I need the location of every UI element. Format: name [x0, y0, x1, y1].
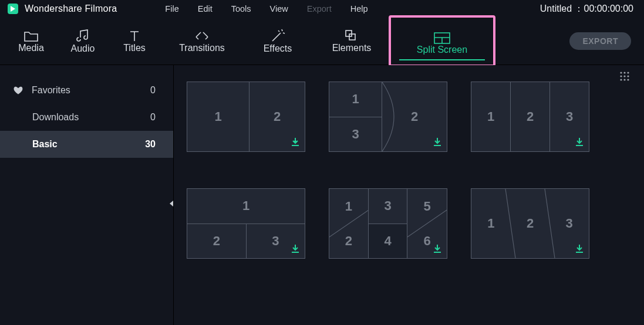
shapes-icon: [344, 29, 359, 43]
menu-view[interactable]: View: [270, 4, 288, 13]
svg-point-9: [627, 75, 629, 77]
svg-rect-18: [576, 252, 583, 253]
svg-point-10: [620, 79, 622, 80]
svg-point-4: [620, 72, 622, 73]
download-icon[interactable]: [574, 243, 585, 254]
svg-point-5: [623, 72, 625, 73]
cell-num: 1: [215, 109, 222, 124]
svg-point-11: [623, 79, 625, 80]
menu-bar: File Edit Tools View Export Help: [165, 4, 367, 13]
template-row: 1 2 3 1 2 3 4 5 6: [181, 188, 644, 259]
template-row: 1 2 1 3 2 1 2 3: [181, 82, 644, 152]
cell-num: 2: [213, 233, 220, 249]
tab-audio[interactable]: Audio: [62, 20, 103, 62]
cell-num: 3: [272, 233, 279, 249]
svg-point-12: [627, 79, 629, 80]
svg-point-7: [620, 75, 622, 77]
tab-label: Audio: [71, 43, 95, 54]
diagonal-dividers-icon: [329, 189, 447, 258]
collapse-sidebar-handle[interactable]: [168, 193, 174, 214]
wand-icon: [270, 28, 285, 43]
cell-num: 2: [527, 109, 534, 124]
sidebar-label: Basic: [32, 139, 58, 150]
sidebar-count: 0: [150, 85, 156, 96]
tool-tabs: Media Audio Titles Transitions Effects E…: [0, 18, 644, 65]
split-template-5[interactable]: 1 2 3 4 5 6: [329, 188, 447, 259]
menu-tools[interactable]: Tools: [231, 4, 251, 13]
folder-icon: [23, 29, 39, 43]
tab-elements[interactable]: Elements: [319, 20, 384, 62]
tab-label: Titles: [123, 43, 146, 53]
sidebar-item-downloads[interactable]: Downloads 0: [0, 104, 173, 131]
tab-label: Split Screen: [417, 45, 467, 55]
tab-label: Media: [18, 43, 44, 53]
svg-rect-1: [346, 31, 352, 36]
menu-file[interactable]: File: [165, 4, 178, 13]
download-icon[interactable]: [574, 137, 585, 147]
tab-transitions[interactable]: Transitions: [167, 20, 237, 62]
music-note-icon: [75, 28, 90, 43]
main-area: Favorites 0 Downloads 0 Basic 30 1 2: [0, 65, 644, 325]
tab-underline: [399, 59, 485, 60]
menu-edit[interactable]: Edit: [198, 4, 213, 13]
download-icon[interactable]: [432, 243, 443, 254]
sidebar-label: Downloads: [32, 112, 79, 123]
split-screen-icon: [433, 32, 451, 45]
tab-titles[interactable]: Titles: [114, 20, 155, 62]
cell-num: 2: [274, 109, 281, 124]
skew-dividers-icon: [471, 189, 589, 258]
tab-media[interactable]: Media: [11, 20, 52, 62]
filmora-logo-icon: [7, 3, 19, 15]
document-title: Untitled ：00:00:00:00: [540, 3, 633, 15]
curve-divider-icon: [329, 82, 447, 151]
svg-rect-16: [292, 252, 299, 253]
export-button[interactable]: EXPORT: [569, 32, 631, 50]
sidebar-item-favorites[interactable]: Favorites 0: [0, 77, 173, 104]
svg-rect-14: [434, 145, 441, 146]
tab-effects[interactable]: Effects: [251, 20, 304, 62]
svg-rect-17: [434, 252, 441, 253]
split-template-6[interactable]: 1 2 3: [471, 188, 589, 259]
split-template-1[interactable]: 1 2: [187, 82, 305, 152]
cell-num: 3: [566, 109, 573, 124]
download-icon[interactable]: [290, 137, 301, 147]
cell-num: 1: [242, 198, 249, 214]
grid-view-toggle-icon[interactable]: [619, 71, 630, 82]
menu-export: Export: [307, 4, 332, 13]
svg-rect-2: [349, 34, 355, 40]
transitions-icon: [194, 29, 210, 43]
split-template-3[interactable]: 1 2 3: [471, 82, 589, 152]
templates-panel: 1 2 1 3 2 1 2 3: [174, 65, 644, 325]
sidebar-item-basic[interactable]: Basic 30: [0, 131, 173, 158]
svg-rect-13: [292, 145, 299, 146]
text-icon: [127, 29, 141, 43]
sidebar: Favorites 0 Downloads 0 Basic 30: [0, 65, 174, 325]
sidebar-label: Favorites: [32, 85, 70, 96]
cell-num: 1: [487, 109, 494, 124]
svg-rect-15: [576, 145, 583, 146]
title-bar: Wondershare Filmora File Edit Tools View…: [0, 0, 644, 18]
svg-point-8: [623, 75, 625, 77]
sidebar-count: 0: [150, 112, 156, 123]
menu-help[interactable]: Help: [350, 4, 368, 13]
app-name: Wondershare Filmora: [25, 4, 165, 14]
sidebar-count: 30: [145, 139, 156, 150]
split-template-2[interactable]: 1 3 2: [329, 82, 447, 152]
tab-label: Effects: [264, 43, 292, 54]
svg-point-6: [627, 72, 629, 73]
tab-label: Transitions: [179, 43, 225, 53]
download-icon[interactable]: [432, 137, 443, 147]
download-icon[interactable]: [290, 243, 301, 254]
tab-split-screen[interactable]: Split Screen: [389, 15, 495, 67]
tab-label: Elements: [332, 43, 372, 53]
heart-icon: [13, 85, 23, 96]
split-template-4[interactable]: 1 2 3: [187, 188, 305, 259]
